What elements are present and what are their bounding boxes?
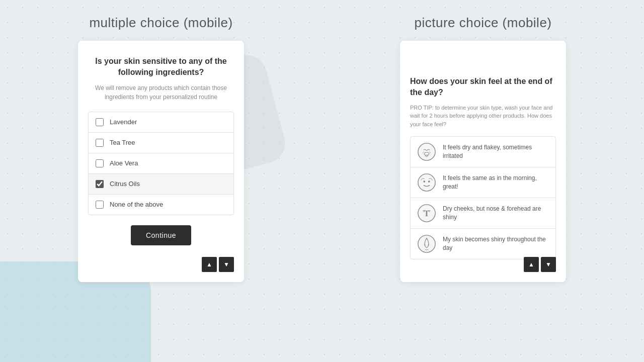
label-tea-tree: Tea Tree xyxy=(110,139,135,146)
right-question-title: How does your skin feel at the end of th… xyxy=(410,76,556,99)
left-question-subtitle: We will remove any products which contai… xyxy=(88,83,234,102)
right-panel: picture choice (mobile) How does your sk… xyxy=(322,0,644,362)
oily-icon xyxy=(417,234,437,254)
right-mobile-card: How does your skin feel at the end of th… xyxy=(400,41,566,282)
label-aloe-vera: Aloe Vera xyxy=(110,159,138,167)
option-tea-tree[interactable]: Tea Tree xyxy=(88,132,234,153)
option-aloe-vera[interactable]: Aloe Vera xyxy=(88,153,234,174)
label-dry-cheeks: Dry cheeks, but nose & forehead are shin… xyxy=(443,205,549,222)
checkbox-lavender[interactable] xyxy=(96,118,104,126)
label-shiny: My skin becomes shiny throughout the day xyxy=(443,235,549,252)
checkbox-citrus-oils[interactable] xyxy=(96,180,104,188)
checkbox-tea-tree[interactable] xyxy=(96,139,104,147)
svg-point-2 xyxy=(418,174,435,191)
right-question-subtitle: PRO TIP: to determine your skin type, wa… xyxy=(410,104,556,129)
label-none: None of the above xyxy=(110,201,163,208)
option-lavender[interactable]: Lavender xyxy=(88,112,234,133)
combo-icon: T xyxy=(417,203,437,223)
option-none[interactable]: None of the above xyxy=(88,194,234,215)
checkbox-list: Lavender Tea Tree Aloe Vera Citrus Oils xyxy=(88,112,234,215)
left-mobile-card: Is your skin sensitive to any of the fol… xyxy=(78,41,244,282)
picture-options-list: It feels dry and flakey, sometimes irrit… xyxy=(410,136,556,259)
svg-point-4 xyxy=(428,180,430,183)
svg-point-3 xyxy=(423,180,425,183)
svg-text:T: T xyxy=(424,209,430,218)
option-citrus-oils[interactable]: Citrus Oils xyxy=(88,173,234,195)
right-nav-arrows: ▲ ▼ xyxy=(524,257,556,272)
card-top-spacer xyxy=(410,56,556,76)
label-lavender: Lavender xyxy=(110,118,137,126)
option-dry-cheeks[interactable]: T Dry cheeks, but nose & forehead are sh… xyxy=(410,198,556,229)
svg-point-9 xyxy=(428,244,429,246)
right-nav-down[interactable]: ▼ xyxy=(541,257,556,272)
option-shiny[interactable]: My skin becomes shiny throughout the day xyxy=(410,228,556,259)
left-nav-up[interactable]: ▲ xyxy=(202,257,217,272)
left-panel-title: multiple choice (mobile) xyxy=(89,15,232,31)
label-same-morning: It feels the same as in the morning, gre… xyxy=(443,174,549,191)
svg-point-8 xyxy=(424,244,426,246)
label-citrus-oils: Citrus Oils xyxy=(110,180,140,188)
left-panel: multiple choice (mobile) Is your skin se… xyxy=(0,0,322,362)
checkbox-aloe-vera[interactable] xyxy=(96,159,104,167)
left-question-title: Is your skin sensitive to any of the fol… xyxy=(88,56,234,78)
checkbox-none[interactable] xyxy=(96,201,104,209)
left-nav-down[interactable]: ▼ xyxy=(219,257,234,272)
continue-button[interactable]: Continue xyxy=(131,225,191,245)
right-panel-title: picture choice (mobile) xyxy=(414,15,551,31)
main-layout: multiple choice (mobile) Is your skin se… xyxy=(0,0,644,362)
option-same-morning[interactable]: It feels the same as in the morning, gre… xyxy=(410,167,556,198)
left-nav-arrows: ▲ ▼ xyxy=(202,257,234,272)
right-nav-up[interactable]: ▲ xyxy=(524,257,539,272)
normal-icon xyxy=(417,172,437,193)
svg-point-0 xyxy=(418,143,435,160)
option-dry-flaky[interactable]: It feels dry and flakey, sometimes irrit… xyxy=(410,136,556,167)
label-dry-flaky: It feels dry and flakey, sometimes irrit… xyxy=(443,143,549,160)
dry-icon xyxy=(417,142,437,162)
